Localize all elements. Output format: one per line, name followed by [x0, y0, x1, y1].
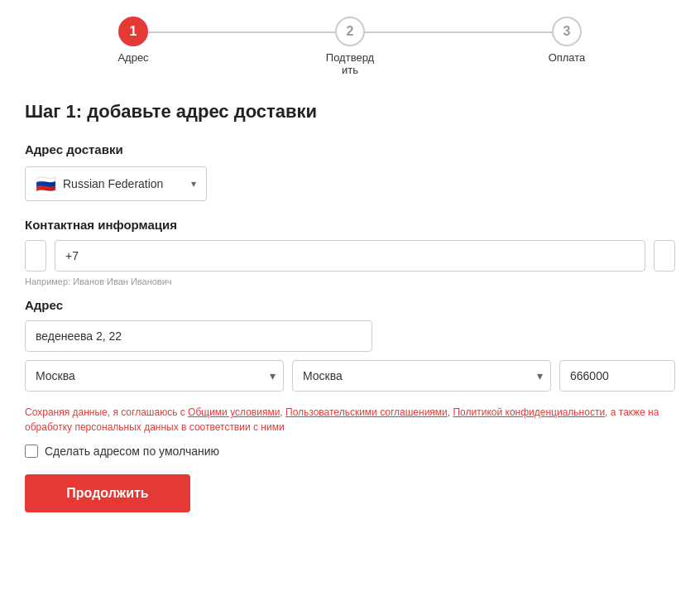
default-address-checkbox[interactable] [25, 445, 38, 458]
name-input[interactable] [25, 240, 46, 272]
contact-row [25, 240, 675, 272]
stepper-circle-3: 3 [552, 17, 582, 46]
stepper: 1 Адрес 2 Подтверд ить 3 Оплата [25, 17, 675, 76]
page-title: Шаг 1: добавьте адрес доставки [25, 101, 675, 123]
stepper-circle-2: 2 [335, 17, 365, 46]
continue-button[interactable]: Продолжить [25, 474, 190, 512]
city-select[interactable]: Москва [25, 360, 284, 392]
stepper-label-2: Подтверд ить [326, 51, 374, 76]
terms-privacy-link[interactable]: Политикой конфиденциальности [453, 406, 605, 418]
region-select-wrapper[interactable]: Москва [292, 360, 551, 392]
region-select[interactable]: Москва [292, 360, 551, 392]
zip-input[interactable] [559, 360, 675, 392]
country-name: Russian Federation [63, 177, 185, 190]
stepper-label-1: Адрес [117, 51, 148, 64]
chevron-down-icon: ▾ [191, 178, 196, 190]
stepper-circle-1: 1 [118, 17, 148, 46]
stepper-step-3: 3 Оплата [458, 17, 675, 64]
delivery-section-label: Адрес доставки [25, 142, 675, 156]
stepper-step-1: 1 Адрес [25, 17, 242, 64]
stepper-step-2: 2 Подтверд ить [242, 17, 458, 76]
stepper-label-3: Оплата [549, 51, 586, 64]
terms-text: Сохраняя данные, я соглашаюсь с Общими у… [25, 405, 662, 435]
country-dropdown[interactable]: 🇷🇺 Russian Federation ▾ [25, 166, 207, 201]
address-input[interactable] [25, 320, 372, 352]
zip-wrapper [559, 360, 675, 392]
name-hint: Например: Иванов Иван Иванович [25, 276, 675, 286]
default-address-label: Сделать адресом по умолчанию [45, 445, 219, 458]
phone-number-input[interactable] [654, 240, 675, 272]
terms-general-link[interactable]: Общими условиями [188, 406, 280, 418]
phone-prefix-input[interactable] [55, 240, 645, 272]
flag-icon: 🇷🇺 [36, 174, 56, 194]
city-select-wrapper[interactable]: Москва [25, 360, 284, 392]
address-section-label: Адрес [25, 298, 675, 312]
city-region-zip-row: Москва Москва [25, 360, 675, 392]
default-address-row: Сделать адресом по умолчанию [25, 445, 675, 458]
contact-section-label: Контактная информация [25, 218, 675, 232]
terms-user-link[interactable]: Пользовательскими соглашениями [285, 406, 448, 418]
